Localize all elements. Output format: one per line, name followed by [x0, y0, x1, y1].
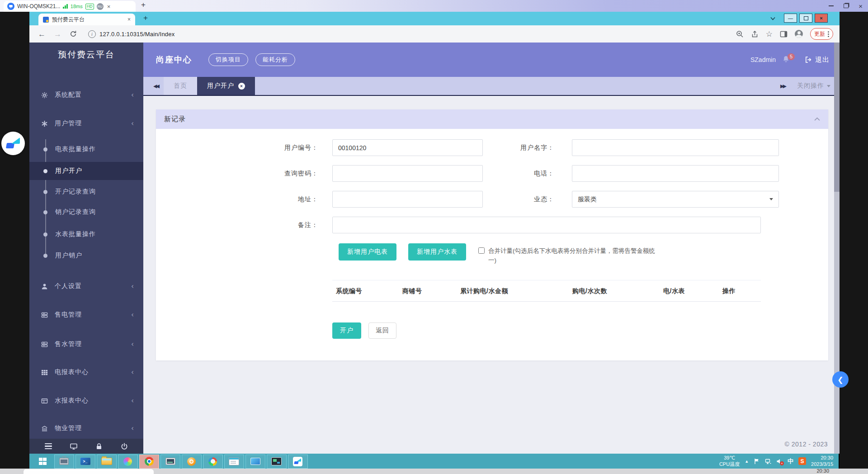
new-session-button[interactable]: +: [141, 0, 146, 9]
sidebar-item-electric-sales[interactable]: 售电管理 ‹: [29, 306, 143, 324]
network-status-icon[interactable]: [765, 458, 771, 465]
sidebar-subitem-open-record-query[interactable]: 开户记录查询: [29, 184, 143, 200]
collapse-chevron-icon[interactable]: [814, 116, 820, 122]
sidebar-item-user-management[interactable]: 用户管理 ‹: [29, 114, 143, 133]
taskbar-item-remote-window[interactable]: [267, 455, 287, 469]
taskbar-item-chrome[interactable]: [139, 455, 159, 469]
browser-tab[interactable]: 预付费云平台 ×: [38, 14, 135, 25]
sidebar-item-system-config[interactable]: 系统配置 ‹: [29, 86, 143, 104]
merge-metering-checkbox[interactable]: [478, 247, 485, 254]
monitor-icon[interactable]: [70, 443, 77, 450]
reload-icon[interactable]: [70, 30, 77, 38]
browser-update-menu[interactable]: 更新: [810, 28, 833, 40]
start-button[interactable]: [33, 455, 53, 469]
lock-icon[interactable]: [95, 443, 103, 450]
sidebar-subitem-user-open-account[interactable]: 用户开户: [29, 162, 143, 180]
sidebar-subitem-close-record-query[interactable]: 销户记录查询: [29, 204, 143, 220]
menu-hamburger-icon[interactable]: [45, 443, 52, 450]
switch-project-button[interactable]: 切换项目: [208, 53, 248, 66]
tab-close-icon[interactable]: ×: [127, 16, 131, 23]
sidebar-item-personal-settings[interactable]: 个人设置 ‹: [29, 277, 143, 295]
tab-home[interactable]: 首页: [164, 77, 197, 95]
remote-session-tab[interactable]: WIN-OQMSK21... 18ms HD RU ×: [4, 1, 136, 12]
profile-avatar-icon[interactable]: [795, 30, 803, 38]
scrollbar-thumb[interactable]: [834, 43, 840, 192]
letterbox-left: [0, 12, 29, 469]
sidebar-item-water-report-center[interactable]: 水报表中心 ‹: [29, 392, 143, 410]
taskbar-item-app-window[interactable]: [224, 455, 244, 469]
bookmark-star-icon[interactable]: ☆: [766, 30, 773, 38]
username-label[interactable]: SZadmin: [750, 56, 776, 63]
open-account-button[interactable]: 开户: [332, 322, 361, 339]
cpu-temp-widget[interactable]: 39℃CPU温度: [719, 455, 740, 468]
power-icon[interactable]: [121, 443, 128, 450]
taskbar-item-system-monitor[interactable]: [160, 455, 180, 469]
query-password-input[interactable]: [332, 165, 483, 182]
remote-close-button[interactable]: ×: [859, 3, 863, 9]
forward-icon[interactable]: →: [54, 30, 61, 38]
clock-widget[interactable]: 20:302023/3/15: [811, 455, 833, 468]
close-session-icon[interactable]: ×: [107, 3, 111, 10]
phone-input[interactable]: [572, 165, 779, 182]
taskbar-item-display-tool[interactable]: [245, 455, 265, 469]
taskbar-item-file-explorer[interactable]: [97, 455, 117, 469]
back-icon[interactable]: ←: [38, 30, 46, 38]
network-ring-icon: [208, 457, 217, 466]
sogou-ime-icon[interactable]: S: [798, 457, 806, 465]
scroll-tabs-left-icon[interactable]: ◀◀: [153, 83, 158, 89]
taskbar-item-powershell[interactable]: >_: [75, 455, 95, 469]
todesk-side-handle[interactable]: ❮: [832, 371, 849, 388]
tab-search-chevron-icon[interactable]: [770, 14, 775, 22]
sidebar-item-water-sales[interactable]: 售水管理 ‹: [29, 335, 143, 353]
logout-button[interactable]: 退出: [805, 56, 830, 64]
share-icon[interactable]: [751, 30, 759, 38]
add-electric-meter-button[interactable]: 新增用户电表: [339, 243, 396, 261]
taskbar-item-todesk[interactable]: [288, 455, 308, 469]
browser-toolbar: ← → i 127.0.0.1:10315/Main/Index ☆ 更新: [29, 25, 840, 43]
close-operations-dropdown[interactable]: 关闭操作: [797, 82, 830, 90]
scroll-tabs-right-icon[interactable]: ▶▶: [780, 83, 785, 89]
kebab-menu-icon[interactable]: [828, 31, 829, 37]
address-input[interactable]: [332, 191, 483, 208]
user-no-input[interactable]: [332, 139, 483, 156]
todesk-floating-ball[interactable]: [1, 132, 25, 155]
sidebar-subitem-user-close-account[interactable]: 用户销户: [29, 247, 143, 264]
zoom-icon[interactable]: [736, 30, 744, 38]
browser-minimize-button[interactable]: —: [784, 14, 797, 23]
hd-quality-badge[interactable]: HD: [85, 4, 94, 9]
sidebar-item-electric-report-center[interactable]: 电报表中心 ‹: [29, 363, 143, 381]
sidebar-item-property-management[interactable]: 物业管理 ‹: [29, 419, 143, 437]
browser-maximize-button[interactable]: [799, 14, 812, 23]
side-panel-icon[interactable]: [780, 30, 788, 38]
taskbar-item-server-manager[interactable]: [54, 455, 74, 469]
volume-muted-icon[interactable]: ×: [776, 458, 783, 465]
remark-input[interactable]: [332, 217, 761, 233]
back-button[interactable]: 返回: [368, 322, 396, 339]
new-tab-button[interactable]: +: [143, 14, 148, 23]
remote-session-bar: WIN-OQMSK21... 18ms HD RU × + ×: [0, 0, 868, 12]
user-name-input[interactable]: [572, 139, 779, 156]
energy-analysis-button[interactable]: 能耗分析: [255, 53, 295, 66]
address-bar[interactable]: 127.0.0.1:10315/Main/Index: [99, 31, 175, 38]
remote-minimize-button[interactable]: [829, 5, 834, 6]
remote-maximize-button[interactable]: [844, 4, 849, 8]
show-hidden-icons-button[interactable]: ▲: [745, 459, 749, 464]
business-type-select[interactable]: 服装类: [572, 191, 779, 208]
chevron-left-icon: ‹: [131, 340, 134, 348]
browser-close-button[interactable]: ×: [815, 14, 828, 23]
action-center-flag-icon[interactable]: [754, 458, 760, 465]
site-info-icon[interactable]: i: [88, 30, 96, 38]
sidebar-subitem-water-meter-batch[interactable]: 水表批量操作: [29, 226, 143, 242]
ime-indicator[interactable]: 中: [788, 457, 793, 465]
sidebar-subitem-meter-batch[interactable]: 电表批量操作: [29, 141, 143, 157]
tab-close-icon[interactable]: ×: [238, 83, 245, 90]
col-meter-type: 电/水表: [663, 287, 722, 295]
add-water-meter-button[interactable]: 新增用户水表: [408, 243, 466, 261]
notification-bell-icon[interactable]: 5: [782, 55, 791, 64]
display-icon: [250, 458, 260, 465]
taskbar-item-settings-tool[interactable]: [182, 455, 202, 469]
tab-user-open-account[interactable]: 用户开户 ×: [197, 77, 255, 95]
taskbar-item-network-tool[interactable]: [203, 455, 223, 469]
browser-scrollbar[interactable]: [834, 43, 840, 454]
taskbar-item-media-app[interactable]: [118, 455, 138, 469]
